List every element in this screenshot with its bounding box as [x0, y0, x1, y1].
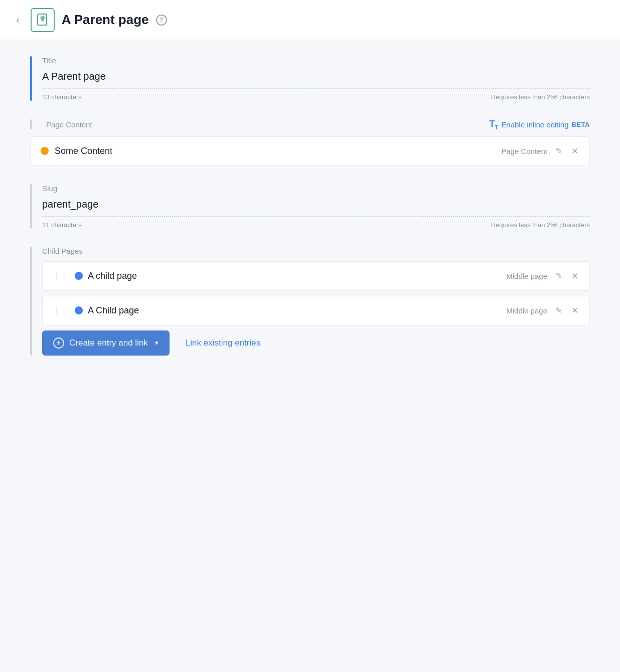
- content-item-name: Some Content: [55, 146, 112, 156]
- child-page-card-0: ⋮⋮ A child page Middle page ✎ ✕: [42, 261, 590, 291]
- title-section: Title A Parent page 13 characters Requir…: [30, 56, 590, 101]
- drag-handle-icon-0[interactable]: ⋮⋮: [53, 271, 68, 280]
- close-icon-0: ✕: [571, 271, 578, 281]
- page-header: ‹ A Parent page ?: [0, 0, 620, 40]
- content-card-right: Page Content ✎ ✕: [501, 145, 579, 157]
- slug-value[interactable]: parent_page: [42, 197, 590, 212]
- child-remove-button-0[interactable]: ✕: [570, 270, 579, 282]
- child-pages-content: Child Pages ⋮⋮ A child page Middle page …: [42, 247, 590, 356]
- child-pages-label: Child Pages: [42, 247, 590, 255]
- enable-inline-label: Enable inline editing: [501, 120, 568, 129]
- title-border: [30, 56, 32, 101]
- child-card-left-0: ⋮⋮ A child page: [53, 271, 137, 281]
- enable-inline-editing-link[interactable]: TT Enable inline editing BETA: [490, 119, 590, 130]
- slug-border: [30, 184, 32, 229]
- title-char-count: 13 characters: [42, 93, 82, 101]
- child-page-name-1: A Child page: [88, 305, 139, 316]
- child-card-right-1: Middle page ✎ ✕: [506, 304, 579, 317]
- plus-circle-icon: +: [53, 338, 64, 349]
- main-content: Title A Parent page 13 characters Requir…: [0, 40, 620, 390]
- child-type-label-0: Middle page: [506, 272, 547, 280]
- page-content-card: Some Content Page Content ✎ ✕: [30, 136, 590, 166]
- child-pages-border: [30, 247, 32, 356]
- pencil-icon-1: ✎: [555, 305, 562, 316]
- blue-dot-icon-0: [75, 272, 83, 280]
- back-button[interactable]: ‹: [12, 12, 24, 28]
- content-card-left: Some Content: [41, 146, 112, 156]
- slug-meta: 11 characters Requires less than 256 cha…: [42, 221, 590, 229]
- slug-char-limit: Requires less than 256 characters: [491, 221, 590, 229]
- child-card-left-1: ⋮⋮ A Child page: [53, 305, 139, 316]
- slug-field-content: Slug parent_page 11 characters Requires …: [42, 184, 590, 229]
- title-char-limit: Requires less than 256 characters: [491, 93, 590, 101]
- content-type-label: Page Content: [501, 147, 547, 155]
- title-value[interactable]: A Parent page: [42, 69, 590, 84]
- slug-divider: [42, 216, 590, 217]
- page-title: A Parent page: [62, 12, 149, 28]
- blue-dot-icon-1: [75, 306, 83, 314]
- chevron-down-icon: ▾: [155, 339, 159, 347]
- content-edit-button[interactable]: ✎: [554, 145, 563, 157]
- page-content-border: [30, 119, 32, 129]
- content-remove-button[interactable]: ✕: [570, 145, 579, 157]
- create-entry-button[interactable]: + Create entry and link ▾: [42, 330, 170, 356]
- title-field-content: Title A Parent page 13 characters Requir…: [42, 56, 590, 101]
- close-icon-1: ✕: [571, 305, 578, 316]
- child-edit-button-0[interactable]: ✎: [554, 270, 563, 282]
- help-icon[interactable]: ?: [156, 15, 167, 26]
- child-remove-button-1[interactable]: ✕: [570, 304, 579, 317]
- page-content-label: Page Content: [46, 120, 92, 129]
- close-icon: ✕: [571, 146, 578, 156]
- slug-section: Slug parent_page 11 characters Requires …: [30, 184, 590, 229]
- slug-char-count: 11 characters: [42, 221, 82, 229]
- link-existing-label: Link existing entries: [186, 338, 260, 348]
- drag-handle-icon-1[interactable]: ⋮⋮: [53, 306, 68, 315]
- link-existing-button[interactable]: Link existing entries: [178, 331, 268, 355]
- pencil-icon-0: ✎: [555, 271, 562, 281]
- child-pages-section: Child Pages ⋮⋮ A child page Middle page …: [30, 247, 590, 356]
- page-content-header: Page Content TT Enable inline editing BE…: [30, 119, 590, 130]
- create-entry-label: Create entry and link: [69, 338, 148, 348]
- pencil-icon: ✎: [555, 146, 562, 156]
- slug-label: Slug: [42, 184, 590, 193]
- child-card-right-0: Middle page ✎ ✕: [506, 270, 579, 282]
- title-meta: 13 characters Requires less than 256 cha…: [42, 93, 590, 101]
- page-content-label-group: Page Content: [30, 119, 92, 129]
- title-divider: [42, 88, 590, 89]
- tt-icon: TT: [490, 119, 499, 130]
- child-page-card-1: ⋮⋮ A Child page Middle page ✎ ✕: [42, 296, 590, 325]
- child-page-name-0: A child page: [88, 271, 137, 281]
- title-label: Title: [42, 56, 590, 65]
- beta-badge: BETA: [572, 121, 590, 128]
- create-link-row: + Create entry and link ▾ Link existing …: [42, 330, 590, 356]
- child-edit-button-1[interactable]: ✎: [554, 304, 563, 317]
- child-type-label-1: Middle page: [506, 306, 547, 315]
- page-content-section: Page Content TT Enable inline editing BE…: [30, 119, 590, 166]
- orange-dot-icon: [41, 147, 49, 155]
- page-type-icon: [31, 8, 55, 32]
